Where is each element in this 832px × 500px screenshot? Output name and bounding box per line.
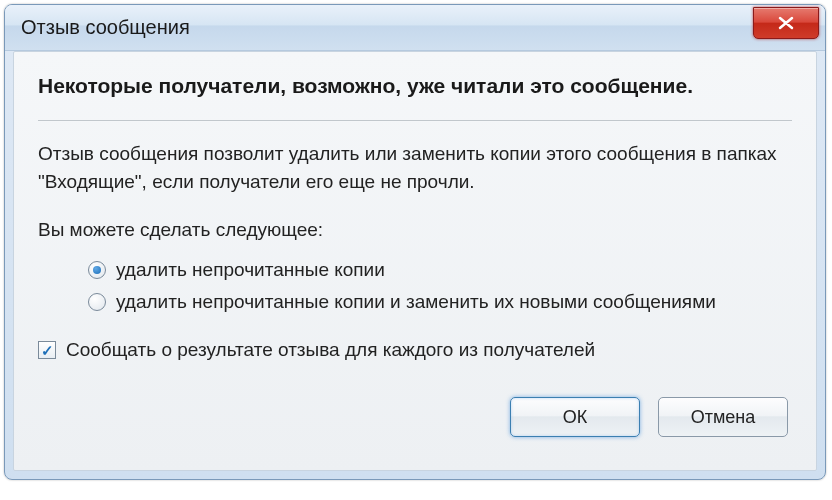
option-label: удалить непрочитанные копии и заменить и… (116, 291, 716, 313)
checkbox-label: Сообщать о результате отзыва для каждого… (66, 339, 595, 361)
dialog-prompt: Вы можете сделать следующее: (38, 219, 792, 241)
checkbox-icon (38, 341, 56, 359)
cancel-button[interactable]: Отмена (658, 397, 788, 437)
radio-icon (88, 261, 106, 279)
option-label: удалить непрочитанные копии (116, 259, 385, 281)
dialog-window: Отзыв сообщения Некоторые получатели, во… (4, 4, 826, 480)
close-icon (777, 16, 795, 30)
close-button[interactable] (753, 7, 819, 39)
button-row: ОК Отмена (38, 397, 792, 437)
option-delete-unread[interactable]: удалить непрочитанные копии (88, 259, 792, 281)
window-title: Отзыв сообщения (21, 16, 190, 39)
recall-options-group: удалить непрочитанные копии удалить непр… (88, 259, 792, 313)
notify-checkbox-row[interactable]: Сообщать о результате отзыва для каждого… (38, 339, 792, 361)
divider (38, 120, 792, 122)
client-area: Некоторые получатели, возможно, уже чита… (13, 51, 817, 471)
ok-button[interactable]: ОК (510, 397, 640, 437)
dialog-heading: Некоторые получатели, возможно, уже чита… (38, 74, 792, 98)
titlebar[interactable]: Отзыв сообщения (5, 5, 825, 51)
radio-icon (88, 293, 106, 311)
dialog-description: Отзыв сообщения позволит удалить или зам… (38, 140, 792, 195)
option-delete-and-replace[interactable]: удалить непрочитанные копии и заменить и… (88, 291, 792, 313)
